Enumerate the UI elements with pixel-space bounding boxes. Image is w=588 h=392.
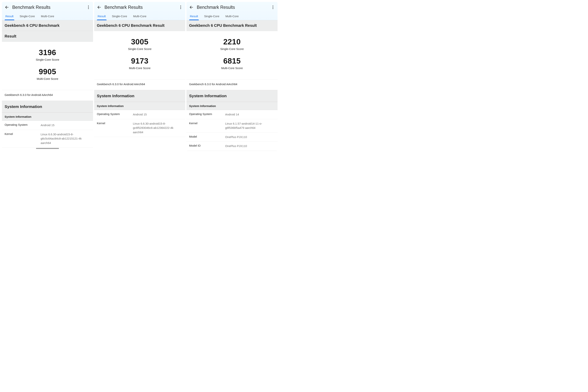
overflow-menu-icon[interactable] bbox=[178, 5, 183, 10]
multi-core-block: 9173 Multi-Core Score bbox=[94, 57, 185, 70]
single-core-label: Single-Core Score bbox=[186, 47, 278, 50]
table-row: Model OnePlus PJX110 bbox=[186, 133, 278, 142]
benchmark-panel: Benchmark Results Result Single-Core Mul… bbox=[186, 2, 278, 151]
score-area: 3196 Single-Core Score 9905 Multi-Core S… bbox=[2, 42, 93, 90]
tab-result[interactable]: Result bbox=[189, 14, 199, 20]
system-info-subheading: System Information bbox=[2, 112, 93, 121]
kernel-label: Kernel bbox=[189, 122, 225, 130]
model-id-label: Model ID bbox=[189, 144, 225, 148]
single-core-block: 3005 Single-Core Score bbox=[94, 38, 185, 50]
tab-multi-core[interactable]: Multi-Core bbox=[225, 14, 240, 20]
table-row: Operating System Android 14 bbox=[186, 110, 278, 119]
multi-core-value: 9173 bbox=[94, 57, 185, 65]
os-value: Android 15 bbox=[40, 123, 90, 128]
back-icon[interactable] bbox=[189, 4, 194, 10]
single-core-value: 3005 bbox=[94, 38, 185, 46]
title-bar: Benchmark Results bbox=[4, 4, 91, 14]
top-bar: Benchmark Results Result Single-Core Mul… bbox=[94, 2, 185, 20]
multi-core-value: 6815 bbox=[186, 57, 278, 65]
model-id-value: OnePlus PJX110 bbox=[225, 144, 275, 148]
tab-single-core[interactable]: Single-Core bbox=[111, 14, 128, 20]
tab-multi-core[interactable]: Multi-Core bbox=[132, 14, 147, 20]
version-text: Geekbench 6.3.0 for Android AArch64 bbox=[94, 79, 185, 90]
benchmark-panel: Benchmark Results Result Single-Core Mul… bbox=[94, 2, 185, 151]
page-title: Benchmark Results bbox=[104, 5, 176, 10]
single-core-block: 2210 Single-Core Score bbox=[186, 38, 278, 50]
top-bar: Benchmark Results Result Single-Core Mul… bbox=[2, 2, 93, 20]
multi-core-block: 9905 Multi-Core Score bbox=[2, 68, 93, 80]
back-icon[interactable] bbox=[4, 4, 10, 10]
version-text: Geekbench 6.3.0 for Android AArch64 bbox=[2, 90, 93, 101]
title-bar: Benchmark Results bbox=[96, 4, 183, 14]
tab-result[interactable]: Result bbox=[97, 14, 106, 20]
single-core-block: 3196 Single-Core Score bbox=[2, 48, 93, 61]
top-bar: Benchmark Results Result Single-Core Mul… bbox=[186, 2, 278, 20]
os-label: Operating System bbox=[97, 112, 133, 117]
kernel-value: Linux 6.6.30-android15-8-gc6f5283046c6-a… bbox=[133, 122, 182, 134]
single-core-value: 3196 bbox=[2, 48, 93, 57]
kernel-label: Kernel bbox=[4, 132, 40, 145]
multi-core-block: 6815 Multi-Core Score bbox=[186, 57, 278, 70]
scroll-indicator bbox=[36, 148, 59, 149]
tab-single-core[interactable]: Single-Core bbox=[19, 14, 36, 20]
multi-core-label: Multi-Core Score bbox=[186, 66, 278, 70]
system-info-heading: System Information bbox=[94, 90, 185, 102]
page-title: Benchmark Results bbox=[197, 5, 268, 10]
model-value: OnePlus PJX110 bbox=[225, 135, 275, 139]
os-label: Operating System bbox=[4, 123, 40, 128]
benchmark-heading: Geekbench 6 CPU Benchmark Result bbox=[94, 20, 185, 31]
model-label: Model bbox=[189, 135, 225, 139]
tabs: Result Single-Core Multi-Core bbox=[4, 14, 91, 20]
title-bar: Benchmark Results bbox=[189, 4, 275, 14]
kernel-label: Kernel bbox=[97, 122, 133, 134]
benchmark-heading-2: Result bbox=[2, 31, 93, 42]
single-core-value: 2210 bbox=[186, 38, 278, 46]
score-area: 2210 Single-Core Score 6815 Multi-Core S… bbox=[186, 31, 278, 79]
os-value: Android 14 bbox=[225, 112, 275, 117]
table-row: Operating System Android 15 bbox=[2, 121, 93, 130]
tabs: Result Single-Core Multi-Core bbox=[96, 14, 183, 20]
tab-single-core[interactable]: Single-Core bbox=[204, 14, 220, 20]
page-title: Benchmark Results bbox=[12, 5, 84, 10]
multi-core-label: Multi-Core Score bbox=[2, 77, 93, 80]
table-row: Operating System Android 15 bbox=[94, 110, 185, 119]
score-area: 3005 Single-Core Score 9173 Multi-Core S… bbox=[94, 31, 185, 79]
single-core-label: Single-Core Score bbox=[94, 47, 185, 50]
tab-multi-core[interactable]: Multi-Core bbox=[40, 14, 55, 20]
table-row: Kernel Linux 6.6.30-android15-8-gc6f5283… bbox=[94, 119, 185, 137]
system-info-subheading: System Information bbox=[94, 102, 185, 110]
overflow-menu-icon[interactable] bbox=[86, 5, 91, 10]
system-info-heading: System Information bbox=[2, 101, 93, 112]
benchmark-heading: Geekbench 6 CPU Benchmark Result bbox=[186, 20, 278, 31]
benchmark-panel: Benchmark Results Result Single-Core Mul… bbox=[2, 2, 93, 151]
version-text: Geekbench 6.3.0 for Android AArch64 bbox=[186, 79, 278, 90]
multi-core-value: 9905 bbox=[2, 68, 93, 76]
table-row: Kernel Linux 6.1.57-android14-11-o-g6f53… bbox=[186, 119, 278, 133]
table-row: Model ID OnePlus PJX110 bbox=[186, 142, 278, 151]
system-info-heading: System Information bbox=[186, 90, 278, 102]
os-label: Operating System bbox=[189, 112, 225, 117]
system-info-subheading: System Information bbox=[186, 102, 278, 110]
overflow-menu-icon[interactable] bbox=[271, 5, 275, 10]
single-core-label: Single-Core Score bbox=[2, 58, 93, 61]
tabs: Result Single-Core Multi-Core bbox=[189, 14, 275, 20]
table-row: Kernel Linux 6.6.30-android15-8-g6c5c64a… bbox=[2, 130, 93, 148]
tab-result[interactable]: Result bbox=[4, 14, 14, 20]
kernel-value: Linux 6.6.30-android15-8-g6c5c64ac84c8-a… bbox=[40, 132, 90, 145]
os-value: Android 15 bbox=[133, 112, 182, 117]
kernel-value: Linux 6.1.57-android14-11-o-g6f536bf5a47… bbox=[225, 122, 275, 130]
back-icon[interactable] bbox=[96, 4, 102, 10]
multi-core-label: Multi-Core Score bbox=[94, 66, 185, 70]
benchmark-heading: Geekbench 6 CPU Benchmark bbox=[2, 20, 93, 31]
